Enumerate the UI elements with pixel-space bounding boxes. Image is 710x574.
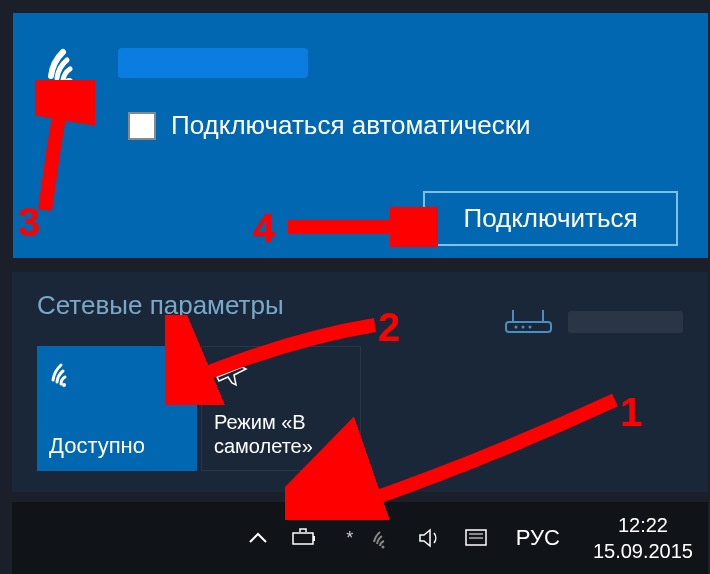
wifi-tile[interactable]: Доступно [37, 346, 197, 471]
airplane-icon [214, 359, 249, 389]
svg-point-0 [65, 78, 73, 86]
date: 15.09.2015 [593, 538, 693, 564]
auto-connect-label: Подключаться автоматически [171, 110, 531, 141]
connect-button[interactable]: Подключиться [423, 191, 678, 246]
notifications-icon[interactable] [462, 524, 490, 552]
svg-point-6 [529, 326, 532, 329]
network-row[interactable] [43, 38, 678, 88]
chevron-up-icon[interactable] [244, 524, 272, 552]
svg-point-10 [381, 546, 384, 549]
network-connect-panel: Подключаться автоматически Подключиться [13, 13, 708, 258]
asterisk-icon: * [336, 524, 364, 552]
airplane-tile-label: Режим «В самолете» [214, 410, 348, 458]
svg-point-4 [515, 326, 518, 329]
wifi-icon [43, 38, 103, 88]
airplane-mode-tile[interactable]: Режим «В самолете» [201, 346, 361, 471]
auto-connect-checkbox[interactable] [128, 112, 156, 140]
router-status [501, 307, 683, 337]
clock[interactable]: 12:22 15.09.2015 [593, 512, 693, 564]
svg-rect-9 [313, 536, 315, 541]
router-name [568, 311, 683, 333]
wifi-tray-icon[interactable] [370, 524, 398, 552]
network-settings-panel: Сетевые параметры [12, 272, 708, 492]
svg-point-5 [522, 326, 525, 329]
wifi-icon [49, 358, 84, 388]
network-name [118, 48, 308, 78]
router-icon [501, 307, 556, 337]
tiles-row: Доступно Режим «В самолете» [37, 346, 683, 471]
volume-icon[interactable] [416, 524, 444, 552]
auto-connect-row[interactable]: Подключаться автоматически [128, 110, 678, 141]
time: 12:22 [593, 512, 693, 538]
svg-rect-8 [293, 533, 313, 544]
svg-point-7 [62, 383, 66, 387]
wifi-tile-label: Доступно [49, 433, 185, 459]
language-indicator[interactable]: РУС [516, 525, 560, 551]
battery-icon[interactable] [290, 524, 318, 552]
taskbar: * РУС 12:22 15.09.2015 [12, 502, 708, 574]
